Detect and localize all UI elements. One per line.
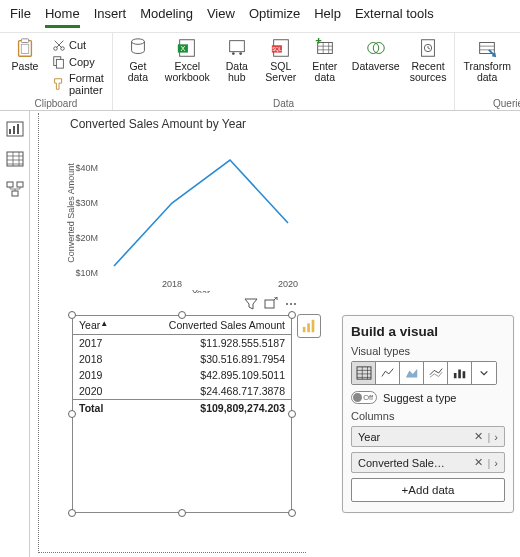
menu-file[interactable]: File bbox=[10, 6, 31, 28]
transform-data-button[interactable]: Transform data bbox=[461, 35, 512, 98]
svg-rect-1 bbox=[21, 39, 28, 43]
remove-field-icon[interactable]: ✕ bbox=[474, 430, 483, 443]
excel-workbook-button[interactable]: X Excel workbook bbox=[163, 35, 212, 98]
sql-server-button[interactable]: SQL SQL Server bbox=[262, 35, 300, 98]
svg-text:2020: 2020 bbox=[278, 279, 298, 289]
sort-asc-icon: ▲ bbox=[100, 319, 108, 328]
svg-rect-25 bbox=[13, 126, 15, 134]
svg-text:Converted Sales Amount: Converted Sales Amount bbox=[66, 163, 76, 263]
visual-type-line[interactable] bbox=[376, 362, 400, 384]
data-view-button[interactable] bbox=[6, 151, 24, 167]
excel-icon: X bbox=[176, 37, 198, 59]
menu-help[interactable]: Help bbox=[314, 6, 341, 28]
data-hub-icon bbox=[226, 37, 248, 59]
visual-type-more[interactable] bbox=[472, 362, 496, 384]
line-chart-visual[interactable]: Converted Sales Amount by Year Converted… bbox=[64, 117, 304, 295]
svg-rect-44 bbox=[307, 323, 310, 332]
sql-icon: SQL bbox=[270, 37, 292, 59]
enter-data-icon bbox=[314, 37, 336, 59]
recent-icon bbox=[417, 37, 439, 59]
svg-rect-6 bbox=[56, 59, 63, 68]
svg-rect-39 bbox=[265, 300, 274, 308]
on-object-format-button[interactable] bbox=[297, 314, 321, 338]
copy-button[interactable]: Copy bbox=[50, 54, 106, 70]
visual-type-table[interactable] bbox=[352, 362, 376, 384]
group-label-data: Data bbox=[119, 98, 449, 109]
table-visual[interactable]: Year▲ Converted Sales Amount 2017$11.928… bbox=[72, 315, 292, 513]
svg-text:$20M: $20M bbox=[75, 233, 98, 243]
cut-button[interactable]: Cut bbox=[50, 37, 106, 53]
recent-sources-button[interactable]: Recent sources bbox=[408, 35, 449, 98]
scissors-icon bbox=[52, 38, 66, 52]
transform-icon bbox=[476, 37, 498, 59]
group-label-queries: Queries bbox=[461, 98, 520, 109]
resize-handle[interactable] bbox=[68, 509, 76, 517]
field-menu-icon[interactable]: › bbox=[494, 431, 498, 443]
report-canvas[interactable]: Converted Sales Amount by Year Converted… bbox=[30, 111, 520, 557]
table-row[interactable]: 2017$11.928.555.5187 bbox=[73, 335, 291, 352]
field-year[interactable]: Year ✕ | › bbox=[351, 426, 505, 447]
svg-rect-2 bbox=[21, 44, 28, 53]
menu-optimize[interactable]: Optimize bbox=[249, 6, 300, 28]
build-visual-pane: Build a visual Visual types Off Suggest … bbox=[342, 315, 514, 513]
focus-mode-icon[interactable] bbox=[264, 297, 278, 311]
col-year[interactable]: Year▲ bbox=[73, 316, 126, 335]
svg-point-40 bbox=[286, 303, 288, 305]
resize-handle[interactable] bbox=[178, 509, 186, 517]
resize-handle[interactable] bbox=[68, 410, 76, 418]
resize-handle[interactable] bbox=[288, 509, 296, 517]
field-menu-icon[interactable]: › bbox=[494, 457, 498, 469]
svg-rect-48 bbox=[458, 370, 461, 379]
resize-handle[interactable] bbox=[288, 410, 296, 418]
table-row[interactable]: 2020$24.468.717.3878 bbox=[73, 383, 291, 400]
visual-type-combo[interactable] bbox=[424, 362, 448, 384]
visual-type-bar[interactable] bbox=[448, 362, 472, 384]
columns-label: Columns bbox=[351, 410, 505, 422]
model-view-button[interactable] bbox=[6, 181, 24, 197]
field-converted-sales[interactable]: Converted Sale… ✕ | › bbox=[351, 452, 505, 473]
paste-label: Paste bbox=[12, 61, 39, 72]
format-painter-button[interactable]: Format painter bbox=[50, 71, 106, 97]
get-data-button[interactable]: Get data bbox=[119, 35, 157, 98]
svg-text:$10M: $10M bbox=[75, 268, 98, 278]
svg-point-13 bbox=[239, 52, 242, 55]
svg-rect-43 bbox=[303, 327, 306, 332]
table-row[interactable]: 2018$30.516.891.7954 bbox=[73, 351, 291, 367]
dataverse-button[interactable]: Dataverse bbox=[350, 35, 402, 98]
table-row[interactable]: 2019$42.895.109.5011 bbox=[73, 367, 291, 383]
suggest-type-toggle[interactable]: Off bbox=[351, 391, 377, 404]
resize-handle[interactable] bbox=[178, 311, 186, 319]
svg-text:$40M: $40M bbox=[75, 163, 98, 173]
group-label-clipboard: Clipboard bbox=[6, 98, 106, 109]
svg-point-7 bbox=[131, 39, 144, 45]
resize-handle[interactable] bbox=[68, 311, 76, 319]
menu-view[interactable]: View bbox=[207, 6, 235, 28]
enter-data-button[interactable]: Enter data bbox=[306, 35, 344, 98]
chart-svg: Converted Sales Amount $10M $20M $30M $4… bbox=[64, 133, 304, 293]
more-options-icon[interactable] bbox=[284, 297, 298, 311]
add-data-button[interactable]: +Add data bbox=[351, 478, 505, 502]
ribbon-group-data: Get data X Excel workbook Data hub SQL S… bbox=[113, 33, 456, 110]
dataverse-icon bbox=[365, 37, 387, 59]
svg-rect-11 bbox=[229, 41, 244, 52]
svg-rect-17 bbox=[317, 43, 332, 54]
svg-rect-49 bbox=[462, 371, 465, 378]
menu-insert[interactable]: Insert bbox=[94, 6, 127, 28]
svg-rect-28 bbox=[7, 182, 13, 187]
ribbon-group-clipboard: Paste Cut Copy Format painter Clipboard bbox=[0, 33, 113, 110]
visual-type-area[interactable] bbox=[400, 362, 424, 384]
svg-rect-30 bbox=[12, 191, 18, 196]
menu-home[interactable]: Home bbox=[45, 6, 80, 28]
col-amount[interactable]: Converted Sales Amount bbox=[126, 316, 291, 335]
svg-rect-29 bbox=[17, 182, 23, 187]
data-hub-button[interactable]: Data hub bbox=[218, 35, 256, 98]
menu-modeling[interactable]: Modeling bbox=[140, 6, 193, 28]
resize-handle[interactable] bbox=[288, 311, 296, 319]
svg-point-12 bbox=[232, 52, 235, 55]
menu-external-tools[interactable]: External tools bbox=[355, 6, 434, 28]
filter-icon[interactable] bbox=[244, 297, 258, 311]
report-view-button[interactable] bbox=[6, 121, 24, 137]
ribbon: Paste Cut Copy Format painter Clipboard bbox=[0, 33, 520, 111]
paste-button[interactable]: Paste bbox=[6, 35, 44, 98]
remove-field-icon[interactable]: ✕ bbox=[474, 456, 483, 469]
